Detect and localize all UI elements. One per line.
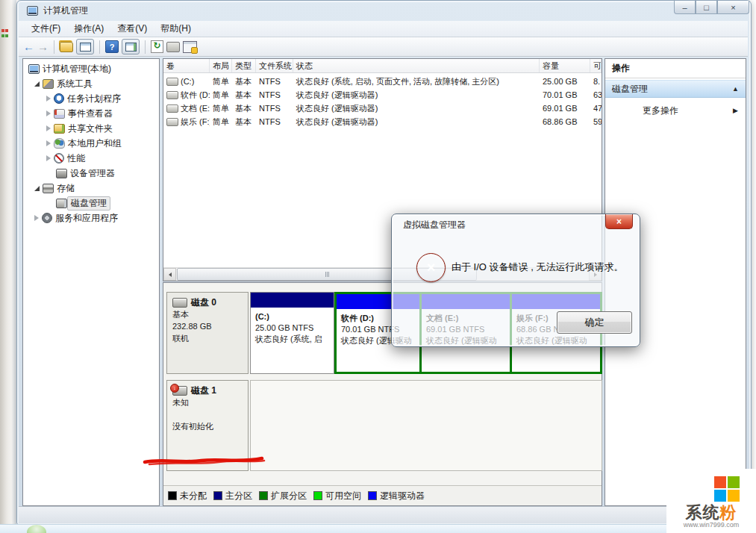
more-actions-item[interactable]: 更多操作 ▶ [605, 102, 746, 119]
menu-view[interactable]: 查看(V) [110, 21, 154, 37]
collapse-icon[interactable]: ▲ [732, 85, 739, 93]
window-controls: – □ × [674, 1, 749, 14]
task-scheduler-icon [54, 93, 64, 104]
disk0-status: 联机 [172, 332, 243, 344]
partition-c[interactable]: (C:) 25.00 GB NTFS 状态良好 (系统, 启 [250, 292, 334, 374]
toolbar-separator [145, 40, 146, 54]
action-pane-icon[interactable] [122, 39, 140, 54]
export-list-icon[interactable] [183, 41, 197, 53]
title-bar[interactable]: 计算机管理 [16, 0, 750, 21]
storage-icon [43, 184, 54, 193]
tree-item-system-tools[interactable]: 系统工具 [24, 76, 158, 91]
help-icon[interactable]: ? [105, 40, 119, 53]
column-header-volume[interactable]: 卷 [163, 59, 210, 72]
error-icon: × [416, 253, 446, 282]
legend-swatch [313, 491, 322, 500]
maximize-button[interactable]: □ [696, 1, 717, 14]
console-window-icon[interactable] [76, 39, 94, 54]
window-title: 计算机管理 [43, 4, 88, 17]
tree-item-device-manager[interactable]: 设备管理器 [24, 166, 158, 181]
tree-item-storage[interactable]: 存储 [24, 181, 158, 196]
watermark: 系统粉 www.win7999.com [666, 469, 756, 533]
menu-action[interactable]: 操作(A) [67, 21, 110, 37]
show-console-tree-icon[interactable] [60, 42, 73, 52]
tree-item-label: 系统工具 [57, 78, 93, 90]
submenu-arrow-icon: ▶ [733, 107, 738, 114]
disk1-status: 没有初始化 [172, 420, 243, 432]
tree-item-local-users-groups[interactable]: 本地用户和组 [24, 136, 158, 151]
expander-closed-icon[interactable] [46, 155, 51, 161]
legend-swatch [168, 491, 177, 500]
column-header-status[interactable]: 状态 [293, 59, 540, 72]
forward-icon[interactable]: → [37, 41, 49, 52]
expander-closed-icon[interactable] [46, 140, 51, 146]
column-header-filesystem[interactable]: 文件系统 [256, 59, 293, 72]
volume-icon [166, 105, 178, 113]
minimize-button[interactable]: – [674, 1, 696, 14]
tree-item-label: 共享文件夹 [68, 122, 113, 135]
console-tree: 计算机管理(本地) 系统工具 任务计划程序 事件查看器 共享文件夹 本地用户和组 [22, 58, 160, 506]
legend: 未分配 主分区 扩展分区 可用空间 逻辑驱动器 [163, 485, 602, 505]
disk1-type: 未知 [172, 396, 243, 408]
dialog-close-button[interactable]: × [605, 214, 633, 229]
background-red-dot [5, 29, 8, 32]
menu-help[interactable]: 帮助(H) [154, 21, 198, 37]
tree-item-label: 计算机管理(本地) [43, 63, 111, 75]
table-row-c[interactable]: (C:) 简单 基本 NTFS 状态良好 (系统, 启动, 页面文件, 活动, … [163, 75, 602, 88]
tree-item-event-viewer[interactable]: 事件查看器 [24, 106, 158, 121]
disk0-type: 基本 [172, 308, 243, 320]
tree-item-disk-management[interactable]: 磁盘管理 [24, 196, 158, 211]
tree-item-shared-folders[interactable]: 共享文件夹 [24, 121, 158, 136]
table-row-f[interactable]: 娱乐 (F:) 简单 基本 NTFS 状态良好 (逻辑驱动器) 68.86 GB… [163, 115, 602, 128]
expander-open-icon[interactable] [34, 186, 40, 191]
computer-icon [28, 64, 40, 74]
scroll-left-arrow[interactable] [163, 268, 176, 281]
tree-item-label: 服务和应用程序 [55, 212, 118, 225]
legend-swatch [368, 491, 377, 500]
ok-button[interactable]: 确定 [557, 311, 632, 334]
properties-icon[interactable] [166, 42, 180, 52]
column-header-type[interactable]: 类型 [232, 59, 256, 72]
tree-item-services-applications[interactable]: 服务和应用程序 [24, 211, 158, 225]
tree-item-task-scheduler[interactable]: 任务计划程序 [24, 91, 158, 106]
column-header-free[interactable]: 可 [590, 59, 602, 72]
watermark-url: www.win7999.com [668, 521, 755, 529]
column-header-layout[interactable]: 布局 [210, 59, 232, 72]
tree-item-performance[interactable]: 性能 [24, 151, 158, 166]
background-window-strip [0, 0, 16, 524]
toolbar-separator [54, 40, 54, 54]
background-red-dot [1, 29, 4, 32]
actions-section-disk-management[interactable]: 磁盘管理 ▲ [605, 80, 746, 98]
toolbar: ← → ? ↻ [19, 37, 748, 57]
toolbar-separator [99, 40, 100, 54]
menu-bar: 文件(F) 操作(A) 查看(V) 帮助(H) [19, 21, 748, 37]
tree-item-label: 性能 [67, 152, 85, 165]
expander-open-icon[interactable] [34, 81, 40, 87]
watermark-logo-icon [714, 476, 740, 502]
disk1-unallocated-area[interactable] [250, 380, 602, 471]
disk-icon: ↓ [172, 386, 187, 396]
refresh-icon[interactable]: ↻ [151, 40, 163, 53]
actions-title: 操作 [605, 59, 746, 78]
logo-green-square [728, 476, 740, 488]
tree-item-label-selected: 磁盘管理 [67, 196, 110, 211]
tree-item-label: 任务计划程序 [67, 93, 121, 105]
table-row-e[interactable]: 文档 (E:) 简单 基本 NTFS 状态良好 (逻辑驱动器) 69.01 GB… [163, 102, 602, 115]
menu-file[interactable]: 文件(F) [25, 21, 67, 37]
expander-closed-icon[interactable] [46, 110, 51, 116]
close-button[interactable]: × [717, 1, 749, 14]
expander-closed-icon[interactable] [46, 125, 51, 131]
device-manager-icon [56, 169, 67, 178]
tree-item-label: 事件查看器 [68, 107, 113, 120]
expander-closed-icon[interactable] [34, 215, 39, 221]
disk0-header[interactable]: 磁盘 0 基本 232.88 GB 联机 [166, 292, 249, 374]
expander-closed-icon[interactable] [46, 96, 51, 102]
taskbar-edge [0, 524, 756, 533]
tree-item-computer-management[interactable]: 计算机管理(本地) [24, 61, 158, 76]
logo-blue-square [714, 490, 726, 502]
legend-swatch [213, 491, 222, 500]
table-row-d[interactable]: 软件 (D:) 简单 基本 NTFS 状态良好 (逻辑驱动器) 70.01 GB… [163, 88, 602, 102]
virtual-disk-manager-dialog[interactable]: 虚拟磁盘管理器 × × 由于 I/O 设备错误 , 无法运行此项请求。 确定 [391, 213, 640, 347]
back-icon[interactable]: ← [23, 41, 34, 52]
column-header-capacity[interactable]: 容量 [540, 59, 590, 72]
